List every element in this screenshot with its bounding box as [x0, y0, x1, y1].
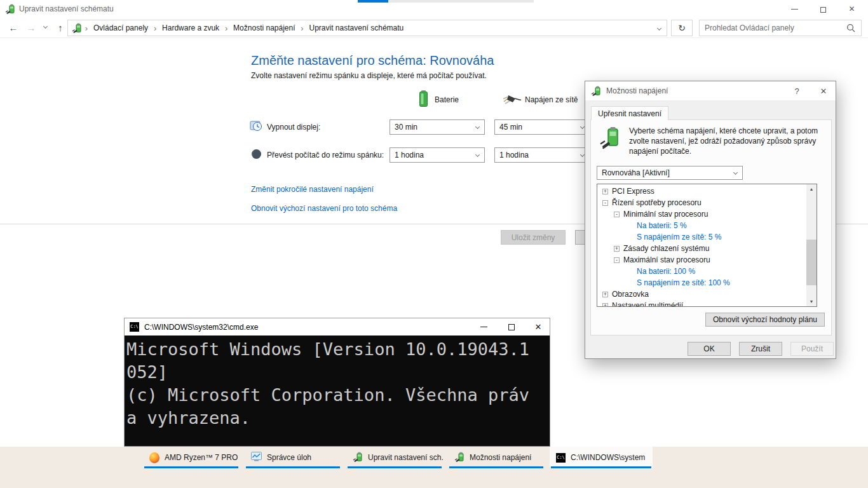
- history-dropdown-button[interactable]: [39, 19, 51, 36]
- collapse-icon[interactable]: -: [614, 257, 620, 263]
- restore-plan-defaults-button[interactable]: Obnovit výchozí hodnoty plánu: [705, 313, 825, 327]
- tree-value-item[interactable]: S napájením ze sítě: 100 %: [597, 277, 806, 288]
- cmd-icon: C:\: [130, 322, 139, 332]
- forward-icon: →: [27, 22, 36, 33]
- maximize-icon: [508, 324, 515, 330]
- page-title: Změňte nastavení pro schéma: Rovnováha: [251, 53, 494, 68]
- dialog-close-button[interactable]: ✕: [813, 81, 834, 100]
- cmd-minimize-button[interactable]: [471, 318, 496, 336]
- scroll-down-icon: ▼: [810, 299, 814, 304]
- close-icon: ✕: [848, 4, 855, 13]
- dialog-titlebar[interactable]: Možnosti napájení ? ✕: [585, 81, 836, 100]
- power-options-dialog: Možnosti napájení ? ✕ Upřesnit nastavení…: [585, 81, 836, 359]
- power-plan-icon: [454, 452, 465, 464]
- sleep-ac-select[interactable]: 1 hodina: [494, 147, 590, 163]
- plan-select[interactable]: Rovnováha [Aktivní]: [597, 166, 743, 180]
- up-button[interactable]: ↑: [52, 19, 69, 36]
- selected-value: 30 min: [395, 123, 417, 132]
- forward-button[interactable]: →: [23, 19, 39, 36]
- taskbar-button-cmd[interactable]: C:\ C:\WINDOWS\system...: [550, 447, 653, 468]
- tree-item-label: Zásady chlazení systému: [623, 244, 709, 253]
- tree-item[interactable]: +PCI Express: [597, 186, 806, 197]
- tree-item-label: Minimální stav procesoru: [623, 210, 708, 219]
- close-button[interactable]: ✕: [837, 0, 866, 18]
- tree-item-label: Řízení spotřeby procesoru: [612, 198, 702, 207]
- breadcrumb-hardware-sound[interactable]: Hardware a zvuk: [159, 24, 222, 32]
- battery-column-label: Baterie: [435, 95, 459, 104]
- taskbar-button-label: Upravit nastavení sch...: [368, 453, 443, 462]
- search-box: [699, 20, 862, 36]
- search-input[interactable]: [700, 24, 846, 32]
- tree-item[interactable]: +Nastavení multimédií: [597, 300, 806, 307]
- refresh-button[interactable]: ↻: [671, 20, 693, 36]
- dialog-help-button[interactable]: ?: [786, 81, 808, 100]
- restore-button[interactable]: [809, 0, 837, 18]
- back-button[interactable]: ←: [5, 19, 22, 36]
- power-plan-icon-large: [600, 126, 621, 151]
- chevron-down-icon: [475, 152, 480, 157]
- titlebar[interactable]: Upravit nastavení schématu ✕: [0, 0, 868, 18]
- address-bar[interactable]: Ovládací panely Hardware a zvuk Možnosti…: [67, 20, 667, 36]
- console-output[interactable]: Microsoft Windows [Version 10.0.19043.10…: [125, 336, 550, 446]
- display-off-ac-select[interactable]: 45 min: [494, 119, 590, 135]
- sleep-battery-select[interactable]: 1 hodina: [390, 147, 485, 163]
- expand-icon[interactable]: +: [602, 292, 608, 297]
- scrollbar-thumb[interactable]: [806, 240, 817, 285]
- taskbar-button-label: C:\WINDOWS\system...: [571, 453, 646, 462]
- collapse-icon[interactable]: -: [602, 200, 608, 206]
- cmd-close-button[interactable]: ✕: [526, 318, 551, 336]
- tab-advanced-settings[interactable]: Upřesnit nastavení: [591, 106, 668, 120]
- taskbar-button-power-options[interactable]: Možnosti napájení: [448, 447, 545, 468]
- cmd-titlebar[interactable]: C:\ C:\WINDOWS\system32\cmd.exe ✕: [125, 318, 550, 336]
- up-icon: ↑: [58, 22, 63, 33]
- expand-icon[interactable]: +: [602, 189, 608, 194]
- tree-item[interactable]: -Minimální stav procesoru: [597, 208, 806, 220]
- tree-item-label: Maximální stav procesoru: [623, 255, 710, 264]
- tree-item-label: PCI Express: [612, 187, 654, 196]
- console-line: a vyhrazena.: [126, 407, 550, 430]
- cancel-button[interactable]: Zrušit: [739, 342, 782, 356]
- tree-value-item[interactable]: Na baterii: 5 %: [597, 220, 806, 231]
- apply-button[interactable]: Použít: [790, 342, 834, 356]
- display-off-label: Vypnout displej:: [267, 123, 320, 132]
- minimize-button[interactable]: [780, 0, 809, 18]
- taskbar-button-edit-plan[interactable]: Upravit nastavení sch...: [346, 447, 443, 468]
- tree-value-item[interactable]: S napájením ze sítě: 5 %: [597, 231, 806, 243]
- dialog-description: Vyberte schéma napájení, které chcete up…: [629, 126, 824, 156]
- chevron-down-icon: [43, 24, 47, 29]
- tree-item[interactable]: -Řízení spotřeby procesoru: [597, 197, 806, 208]
- taskbar-button-task-manager[interactable]: Správce úloh: [245, 447, 341, 468]
- advanced-settings-link[interactable]: Změnit pokročilé nastavení napájení: [251, 185, 374, 194]
- tree-item[interactable]: +Obrazovka: [597, 288, 806, 300]
- selected-plan: Rovnováha [Aktivní]: [602, 168, 670, 177]
- expand-icon[interactable]: +: [602, 303, 608, 308]
- tree-scrollbar[interactable]: ▲ ▼: [806, 184, 817, 306]
- breadcrumb-separator: [222, 24, 231, 33]
- scroll-up-button[interactable]: ▲: [806, 184, 817, 194]
- chevron-down-icon: [656, 25, 661, 30]
- breadcrumb-control-panel[interactable]: Ovládací panely: [91, 24, 151, 32]
- scroll-up-icon: ▲: [810, 187, 814, 191]
- scroll-down-button[interactable]: ▼: [806, 297, 817, 306]
- display-off-battery-select[interactable]: 30 min: [390, 119, 485, 135]
- running-indicator: [348, 466, 442, 468]
- breadcrumb-edit-plan[interactable]: Upravit nastavení schématu: [307, 24, 407, 32]
- tree-item[interactable]: -Maximální stav procesoru: [597, 254, 806, 266]
- expand-icon[interactable]: +: [614, 246, 620, 252]
- settings-tree: +PCI Express -Řízení spotřeby procesoru …: [597, 184, 817, 307]
- power-plan-icon: [353, 452, 363, 464]
- taskbar-button-firefox[interactable]: AMD Ryzen™ 7 PRO 4...: [143, 447, 240, 468]
- tree-item[interactable]: +Zásady chlazení systému: [597, 243, 806, 254]
- tree-item-value: Na baterii: 100 %: [637, 267, 695, 276]
- chevron-down-icon: [580, 152, 585, 157]
- restore-defaults-link[interactable]: Obnovit výchozí nastavení pro toto schém…: [251, 204, 397, 213]
- save-changes-button[interactable]: Uložit změny: [501, 230, 566, 245]
- breadcrumb-power-options[interactable]: Možnosti napájení: [231, 24, 297, 32]
- ok-button[interactable]: OK: [688, 342, 731, 356]
- search-icon[interactable]: [846, 24, 855, 32]
- address-dropdown-button[interactable]: [651, 27, 667, 30]
- selected-value: 1 hodina: [499, 151, 529, 159]
- tree-value-item[interactable]: Na baterii: 100 %: [597, 266, 806, 277]
- collapse-icon[interactable]: -: [614, 212, 620, 217]
- cmd-maximize-button[interactable]: [499, 318, 524, 336]
